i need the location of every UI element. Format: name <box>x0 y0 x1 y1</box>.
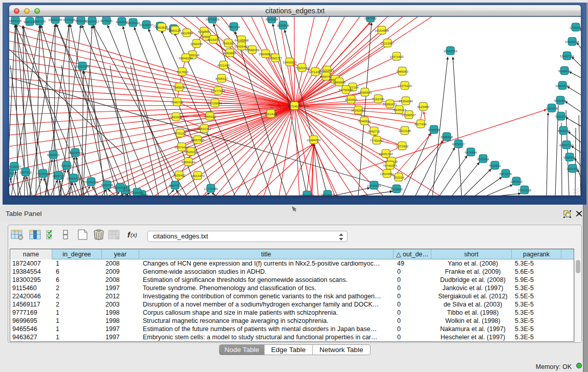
svg-text:51462704: 51462704 <box>560 54 574 58</box>
svg-text:5430391: 5430391 <box>554 99 567 102</box>
svg-text:20053346: 20053346 <box>75 64 90 68</box>
svg-text:4966319: 4966319 <box>204 115 216 118</box>
svg-text:02654235: 02654235 <box>48 18 62 21</box>
svg-text:97848018: 97848018 <box>565 40 579 43</box>
svg-text:1215938: 1215938 <box>546 106 558 110</box>
svg-text:6879197: 6879197 <box>452 142 465 146</box>
svg-text:2260256: 2260256 <box>190 42 203 46</box>
svg-text:34874016: 34874016 <box>320 193 335 195</box>
svg-text:12213967: 12213967 <box>380 41 395 45</box>
svg-text:98084124: 98084124 <box>113 186 127 189</box>
svg-text:17080531: 17080531 <box>358 91 372 94</box>
svg-text:16914479: 16914479 <box>190 174 205 178</box>
svg-text:7625402: 7625402 <box>173 173 186 177</box>
svg-text:8912954: 8912954 <box>181 31 193 35</box>
svg-text:79740344: 79740344 <box>383 164 397 167</box>
svg-text:27354549: 27354549 <box>399 99 413 103</box>
svg-text:28809570: 28809570 <box>555 84 570 87</box>
svg-text:7182278: 7182278 <box>555 115 568 118</box>
svg-text:9912419: 9912419 <box>265 112 277 116</box>
svg-text:17375125: 17375125 <box>398 84 412 87</box>
svg-text:9218506: 9218506 <box>277 24 290 27</box>
svg-text:7543303: 7543303 <box>222 41 235 45</box>
svg-text:65648236: 65648236 <box>179 56 193 60</box>
svg-text:55698169: 55698169 <box>245 48 259 52</box>
svg-text:0433218: 0433218 <box>9 19 22 23</box>
svg-text:14136141: 14136141 <box>367 184 381 187</box>
svg-text:1615594: 1615594 <box>63 18 76 21</box>
svg-text:7889579: 7889579 <box>173 85 186 89</box>
svg-text:34957885: 34957885 <box>190 138 205 142</box>
svg-text:34624751: 34624751 <box>68 151 82 155</box>
svg-text:8386379: 8386379 <box>33 19 46 23</box>
svg-text:7770143: 7770143 <box>174 132 187 135</box>
svg-text:37996507: 37996507 <box>402 113 416 117</box>
svg-text:1491905: 1491905 <box>170 115 183 119</box>
svg-text:64139537: 64139537 <box>139 23 154 27</box>
svg-text:77752047: 77752047 <box>369 139 384 142</box>
svg-text:7632621: 7632621 <box>489 164 502 167</box>
svg-text:7346706: 7346706 <box>171 100 184 104</box>
svg-text:16053809: 16053809 <box>205 17 220 21</box>
svg-text:62729806: 62729806 <box>208 101 222 105</box>
svg-text:8677496: 8677496 <box>415 122 427 126</box>
svg-text:0330923: 0330923 <box>345 98 358 101</box>
svg-text:1824493: 1824493 <box>131 191 144 194</box>
svg-text:5240824: 5240824 <box>358 119 371 123</box>
svg-text:7357234: 7357234 <box>228 25 241 29</box>
svg-text:8148932: 8148932 <box>558 69 571 73</box>
svg-text:13524851: 13524851 <box>380 172 394 176</box>
svg-text:93103413: 93103413 <box>85 19 99 23</box>
svg-text:7991183: 7991183 <box>60 164 73 167</box>
svg-text:9474444: 9474444 <box>465 150 477 154</box>
svg-text:51850671: 51850671 <box>383 102 397 106</box>
svg-text:7485063: 7485063 <box>396 70 409 73</box>
svg-text:54145868: 54145868 <box>234 38 249 42</box>
svg-text:0842710: 0842710 <box>368 129 381 133</box>
svg-text:02606474: 02606474 <box>67 177 81 180</box>
svg-text:67010651: 67010651 <box>9 171 16 175</box>
svg-text:80831367: 80831367 <box>197 127 211 130</box>
svg-text:8660124: 8660124 <box>169 29 182 32</box>
svg-text:76320163: 76320163 <box>295 66 309 70</box>
svg-text:73178108: 73178108 <box>36 172 50 176</box>
svg-text:1226916: 1226916 <box>570 26 581 29</box>
svg-text:37631165: 37631165 <box>517 188 532 192</box>
svg-text:5098393: 5098393 <box>563 156 576 159</box>
svg-text:53755646: 53755646 <box>339 88 353 92</box>
svg-text:9413186: 9413186 <box>399 129 411 133</box>
svg-text:18724007: 18724007 <box>288 104 302 108</box>
svg-text:65787133: 65787133 <box>559 143 574 147</box>
svg-text:6998543: 6998543 <box>47 153 60 157</box>
svg-text:19384554: 19384554 <box>307 138 321 142</box>
svg-text:8721489: 8721489 <box>217 63 230 67</box>
svg-text:4060883: 4060883 <box>224 51 236 55</box>
svg-text:8471676: 8471676 <box>499 172 512 176</box>
svg-text:4738299: 4738299 <box>428 128 441 132</box>
svg-text:16648764: 16648764 <box>443 49 458 53</box>
svg-text:9115460: 9115460 <box>417 105 429 108</box>
svg-text:49894134: 49894134 <box>181 160 195 164</box>
svg-text:8813054: 8813054 <box>266 17 278 21</box>
svg-text:25135427: 25135427 <box>9 165 21 168</box>
svg-text:8938928: 8938928 <box>441 135 453 139</box>
svg-text:1065412: 1065412 <box>510 180 523 183</box>
svg-text:01429401: 01429401 <box>234 45 249 48</box>
svg-text:64835030: 64835030 <box>126 21 140 25</box>
svg-text:4216073: 4216073 <box>207 38 220 41</box>
svg-text:3387262: 3387262 <box>19 170 32 174</box>
svg-text:1733426: 1733426 <box>390 187 403 191</box>
svg-text:7193745: 7193745 <box>372 97 385 101</box>
svg-text:13433200: 13433200 <box>282 60 297 64</box>
svg-text:87234309: 87234309 <box>84 180 98 184</box>
svg-text:1326773: 1326773 <box>52 174 65 178</box>
svg-text:5466889: 5466889 <box>333 80 346 84</box>
svg-text:81223623: 81223623 <box>320 69 334 72</box>
svg-text:252214: 252214 <box>394 176 404 179</box>
svg-text:36995777: 36995777 <box>268 56 282 60</box>
svg-text:99091334: 99091334 <box>379 152 393 156</box>
svg-text:(x): (x) <box>130 232 137 238</box>
svg-text:10154808: 10154808 <box>375 29 389 32</box>
svg-text:3518233: 3518233 <box>185 150 198 154</box>
svg-text:1031051: 1031051 <box>567 167 579 170</box>
